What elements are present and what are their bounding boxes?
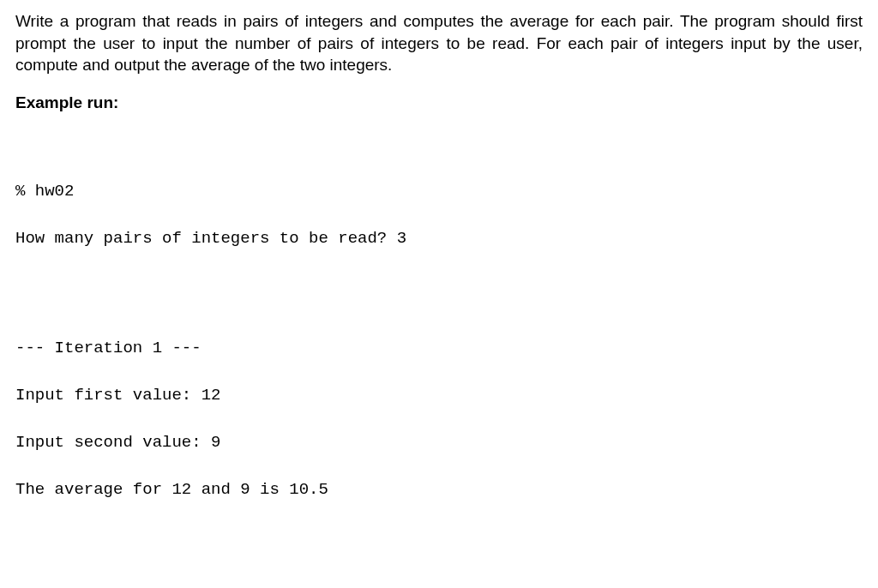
iteration-second-value: Input second value: 9	[15, 431, 863, 455]
iteration-header: --- Iteration 1 ---	[15, 337, 863, 361]
iteration-average: The average for 12 and 9 is 10.5	[15, 478, 863, 502]
terminal-prompt-pairs: How many pairs of integers to be read? 3	[15, 227, 863, 251]
terminal-command: % hw02	[15, 180, 863, 204]
terminal-output: % hw02 How many pairs of integers to be …	[15, 133, 863, 588]
iteration-first-value: Input first value: 12	[15, 384, 863, 408]
iteration-block: --- Iteration 2 --- Input first value: 3…	[15, 565, 863, 588]
problem-instructions: Write a program that reads in pairs of i…	[15, 10, 863, 76]
iteration-block: --- Iteration 1 --- Input first value: 1…	[15, 313, 863, 525]
terminal-command-block: % hw02 How many pairs of integers to be …	[15, 156, 863, 274]
example-run-heading: Example run:	[15, 92, 863, 114]
